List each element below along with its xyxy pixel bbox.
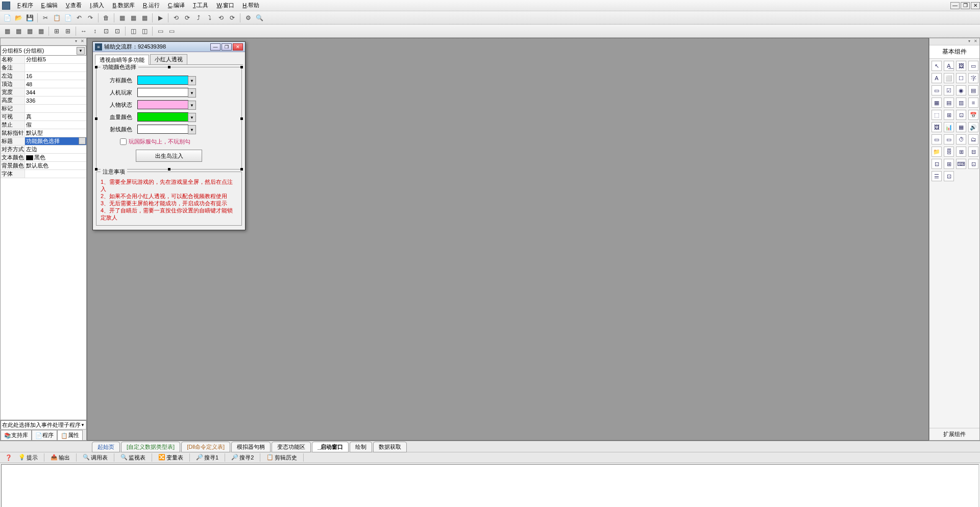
- output-panel[interactable]: [1, 464, 979, 507]
- palette-close-icon[interactable]: ✕: [972, 38, 978, 43]
- left-tab[interactable]: 📋属性: [57, 430, 83, 440]
- menu-item[interactable]: E.编辑: [37, 1, 62, 10]
- property-value[interactable]: 黑色: [25, 154, 86, 161]
- code-tab[interactable]: 数据获取: [373, 442, 407, 452]
- component-item[interactable]: ⊡: [956, 110, 966, 120]
- code-tab[interactable]: 起始页: [92, 442, 120, 452]
- component-item[interactable]: ⊡: [968, 159, 978, 169]
- intl-server-checkbox[interactable]: [120, 138, 127, 145]
- toolbar-button[interactable]: 📄: [2, 13, 12, 23]
- component-item[interactable]: 🖼: [932, 122, 942, 132]
- toolbar-button[interactable]: ▦: [117, 13, 127, 23]
- property-row[interactable]: 背景颜色默认底色: [1, 162, 86, 170]
- toolbar-button[interactable]: ✂: [40, 13, 51, 23]
- design-surface[interactable]: ≡ 辅助交流群：924539398 — ❐ ✕ 透视自瞄等多功能 小红人透视 功…: [87, 38, 929, 441]
- property-row[interactable]: 对齐方式左边: [1, 146, 86, 154]
- menu-item[interactable]: W.窗口: [212, 1, 238, 10]
- color-combobox[interactable]: [137, 112, 188, 122]
- component-item[interactable]: ▤: [968, 85, 978, 95]
- component-item[interactable]: A: [932, 73, 942, 83]
- color-combobox[interactable]: [137, 100, 188, 109]
- component-item[interactable]: ⊞: [956, 147, 966, 157]
- form-minimize-button[interactable]: —: [210, 43, 220, 51]
- toolbar-button[interactable]: ↔: [79, 26, 89, 36]
- component-item[interactable]: ▭: [932, 134, 942, 144]
- toolbar-button[interactable]: ▶: [155, 13, 165, 23]
- component-item[interactable]: ⊟: [968, 147, 978, 157]
- component-item[interactable]: ⬚: [932, 110, 942, 120]
- component-item[interactable]: 🗄: [944, 147, 954, 157]
- toolbar-button[interactable]: 📄: [63, 13, 73, 23]
- component-item[interactable]: ▥: [956, 98, 966, 108]
- toolbar-button[interactable]: ▭: [166, 26, 177, 36]
- color-combobox[interactable]: [137, 88, 188, 97]
- toolbar-button[interactable]: ⤴: [193, 13, 204, 23]
- component-item[interactable]: ▦: [932, 98, 942, 108]
- component-item[interactable]: ⊞: [944, 159, 954, 169]
- property-value[interactable]: 336: [25, 98, 86, 104]
- property-grid[interactable]: 名称分组框5备注左边16顶边48宽度344高度336标记可视真禁止假鼠标指针默认…: [1, 56, 86, 238]
- toolbar-button[interactable]: ↕: [90, 26, 100, 36]
- menu-item[interactable]: R.运行: [139, 1, 164, 10]
- code-tab[interactable]: [Dll命令定义表]: [181, 442, 230, 452]
- component-item[interactable]: ↖: [932, 61, 942, 71]
- component-item[interactable]: 🗂: [968, 134, 978, 144]
- output-tab[interactable]: 📤输出: [48, 454, 72, 462]
- property-value[interactable]: 左边: [25, 146, 86, 153]
- left-tab[interactable]: 📄程序: [32, 430, 57, 440]
- toolbar-button[interactable]: ▦: [139, 13, 150, 23]
- component-item[interactable]: ▭: [968, 61, 978, 71]
- toolbar-button[interactable]: ▦: [2, 26, 12, 36]
- toolbar-button[interactable]: ⟳: [182, 13, 192, 23]
- inject-button[interactable]: 出生岛注入: [136, 150, 202, 162]
- component-item[interactable]: ▭: [944, 134, 954, 144]
- toolbar-button[interactable]: ⊡: [101, 26, 111, 36]
- output-tab[interactable]: 🔍调用表: [81, 454, 110, 462]
- property-value[interactable]: 默认型: [25, 129, 86, 137]
- color-combobox[interactable]: [137, 125, 188, 134]
- property-row[interactable]: 宽度344: [1, 88, 86, 96]
- component-item[interactable]: 📊: [944, 122, 954, 132]
- palette-title[interactable]: 基本组件: [929, 45, 979, 59]
- restore-button[interactable]: ❐: [961, 2, 970, 9]
- output-tab[interactable]: 🔎搜寻1: [194, 454, 220, 462]
- left-tab[interactable]: 📚支持库: [1, 430, 32, 440]
- property-row[interactable]: 鼠标指针默认型: [1, 129, 86, 137]
- property-value[interactable]: 假: [25, 121, 86, 129]
- event-selector[interactable]: 在此处选择加入事件处理子程序: [1, 420, 86, 429]
- component-item[interactable]: ▦: [956, 122, 966, 132]
- property-row[interactable]: 高度336: [1, 96, 86, 105]
- minimize-button[interactable]: —: [950, 2, 960, 9]
- component-item[interactable]: ◉: [956, 85, 966, 95]
- property-value[interactable]: 16: [25, 73, 86, 79]
- toolbar-button[interactable]: ◫: [139, 26, 150, 36]
- tab-redman[interactable]: 小红人透视: [150, 54, 187, 64]
- property-row[interactable]: 禁止假: [1, 121, 86, 129]
- help-icon[interactable]: ❓: [3, 454, 14, 461]
- toolbar-button[interactable]: 📂: [13, 13, 23, 23]
- output-tab[interactable]: 🔎搜寻2: [229, 454, 256, 462]
- toolbar-button[interactable]: ▦: [36, 26, 46, 36]
- component-selector[interactable]: 分组框5 (分组框): [1, 45, 86, 56]
- toolbar-button[interactable]: ⊞: [63, 26, 73, 36]
- form-close-button[interactable]: ✕: [233, 43, 243, 51]
- code-tab[interactable]: 绘制: [350, 442, 372, 452]
- component-item[interactable]: ⏱: [956, 134, 966, 144]
- ellipsis-button[interactable]: …: [79, 137, 86, 144]
- menu-item[interactable]: C.编译: [164, 1, 189, 10]
- toolbar-button[interactable]: ↷: [85, 13, 95, 23]
- component-item[interactable]: 字: [968, 73, 978, 83]
- property-row[interactable]: 可视真: [1, 113, 86, 121]
- groupbox-colors[interactable]: 功能颜色选择 方框颜色人机玩家人物状态血量颜色射线颜色 玩国际服勾上，不玩别勾: [96, 67, 242, 170]
- component-item[interactable]: ⬜: [944, 73, 954, 83]
- panel-close-icon[interactable]: ✕: [79, 38, 85, 43]
- toolbar-button[interactable]: ⟳: [227, 13, 237, 23]
- toolbar-button[interactable]: 📋: [52, 13, 62, 23]
- code-tab[interactable]: _启动窗口: [312, 442, 349, 452]
- menu-item[interactable]: H.帮助: [238, 1, 263, 10]
- toolbar-button[interactable]: ⟲: [216, 13, 226, 23]
- property-row[interactable]: 备注: [1, 64, 86, 72]
- component-item[interactable]: 🔊: [968, 122, 978, 132]
- property-row[interactable]: 标题功能颜色选择…: [1, 137, 86, 146]
- code-tab[interactable]: 模拟器句柄: [231, 442, 271, 452]
